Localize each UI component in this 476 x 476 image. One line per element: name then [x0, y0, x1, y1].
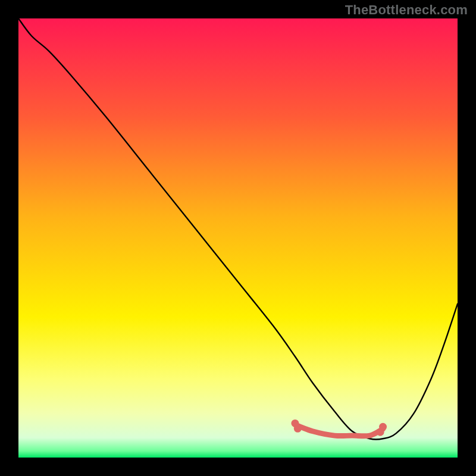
chart-plot-area — [18, 18, 458, 458]
chart-frame: TheBottleneck.com — [0, 0, 476, 476]
highlight-dot — [294, 425, 302, 433]
highlight-dot — [379, 423, 387, 431]
chart-svg — [18, 18, 458, 458]
chart-background-gradient — [18, 18, 458, 458]
watermark-text: TheBottleneck.com — [345, 2, 468, 18]
